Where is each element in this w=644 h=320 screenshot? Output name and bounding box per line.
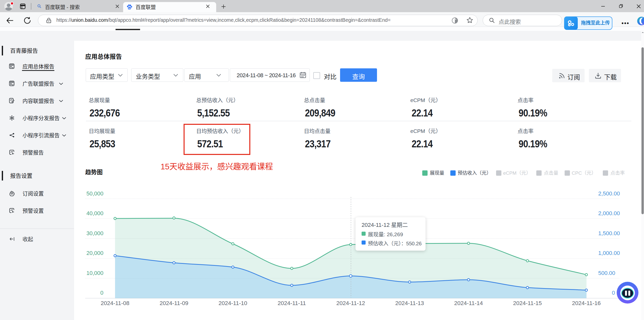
svg-text:10,000: 10,000 (86, 270, 103, 276)
svg-text:2024-11-15: 2024-11-15 (513, 300, 542, 306)
svg-text:0: 0 (100, 290, 103, 296)
svg-text:1,500.00: 1,500.00 (598, 230, 620, 236)
svg-text:30,000: 30,000 (86, 230, 103, 236)
svg-text:2024-11-12: 2024-11-12 (336, 300, 365, 306)
svg-text:1,000.00: 1,000.00 (598, 250, 620, 256)
svg-text:50,000: 50,000 (86, 190, 103, 197)
svg-text:2024-11-14: 2024-11-14 (454, 300, 483, 306)
svg-text:40,000: 40,000 (86, 210, 103, 216)
svg-text:2024-11-08: 2024-11-08 (101, 300, 129, 306)
svg-text:2,500.00: 2,500.00 (598, 190, 620, 197)
svg-text:2024-11-13: 2024-11-13 (395, 300, 424, 306)
svg-text:2024-11-09: 2024-11-09 (160, 300, 188, 306)
svg-text:2024-11-11: 2024-11-11 (278, 300, 306, 306)
svg-text:2024-11-16: 2024-11-16 (572, 300, 601, 306)
svg-text:2024-11-10: 2024-11-10 (218, 300, 247, 306)
svg-text:0: 0 (612, 290, 615, 296)
svg-text:20,000: 20,000 (86, 250, 103, 256)
svg-text:500.00: 500.00 (598, 270, 615, 276)
svg-text:2,000.00: 2,000.00 (598, 210, 620, 216)
